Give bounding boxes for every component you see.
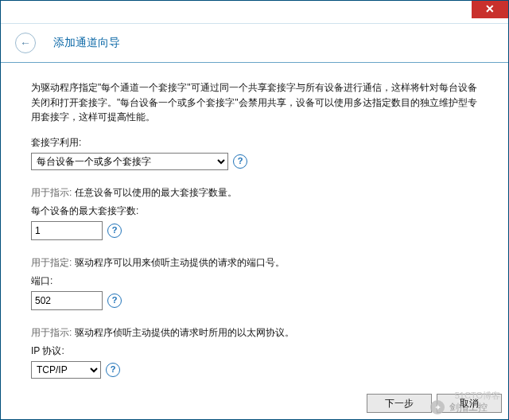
close-button[interactable]: ✕: [472, 1, 508, 18]
port-label: 端口:: [31, 274, 484, 288]
page-title: 添加通道向导: [53, 36, 120, 50]
close-icon: ✕: [485, 2, 495, 15]
header: ← 添加通道向导: [1, 24, 508, 63]
titlebar: ✕: [1, 1, 508, 24]
help-icon[interactable]: ?: [233, 154, 247, 169]
next-button[interactable]: 下一步: [367, 394, 432, 413]
help-icon[interactable]: ?: [106, 363, 120, 377]
cancel-button[interactable]: 取消: [437, 394, 502, 413]
socket-usage-select[interactable]: 每台设备一个或多个套接字: [31, 153, 228, 170]
ip-protocol-select[interactable]: TCP/IP: [31, 361, 101, 379]
wizard-window: ✕ ← 添加通道向导 为驱动程序指定"每个通道一个套接字"可通过同一个共享套接字…: [0, 0, 509, 420]
ip-protocol-label: IP 协议:: [31, 344, 484, 358]
intro-text: 为驱动程序指定"每个通道一个套接字"可通过同一个共享套接字与所有设备进行通信，这…: [31, 80, 484, 125]
max-sockets-label: 每个设备的最大套接字数:: [31, 204, 484, 218]
port-hint: 用于指定: 驱动程序可以用来侦听主动提供的请求的端口号。: [31, 256, 484, 270]
help-icon[interactable]: ?: [107, 294, 122, 308]
back-arrow-icon: ←: [20, 37, 31, 49]
footer-buttons: 下一步 取消: [367, 394, 502, 413]
max-sockets-hint: 用于指示: 任意设备可以使用的最大套接字数量。: [31, 186, 484, 200]
port-input[interactable]: [31, 291, 103, 310]
ip-protocol-hint: 用于指示: 驱动程序侦听主动提供的请求时所用的以太网协议。: [31, 326, 484, 340]
content-area: 为驱动程序指定"每个通道一个套接字"可通过同一个共享套接字与所有设备进行通信，这…: [1, 63, 508, 379]
max-sockets-input[interactable]: [31, 221, 103, 240]
help-icon[interactable]: ?: [107, 224, 122, 238]
socket-usage-label: 套接字利用:: [31, 136, 484, 150]
back-button[interactable]: ←: [15, 33, 36, 53]
